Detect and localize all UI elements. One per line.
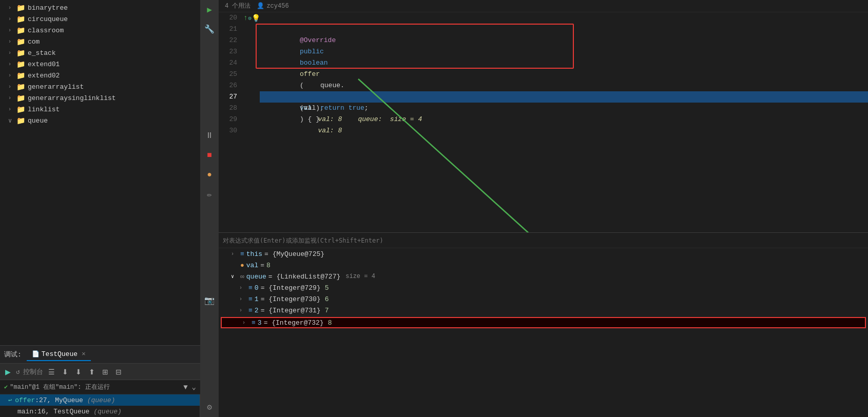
- tree-item-label: classroom: [28, 27, 64, 34]
- filter-icon[interactable]: ▼: [183, 383, 187, 391]
- toolbar-btn-grid[interactable]: ⊟: [113, 367, 124, 377]
- folder-icon: 📁: [16, 37, 25, 46]
- code-line-28: }: [260, 103, 868, 114]
- sidebar-item-binarytree[interactable]: › 📁 binarytree: [0, 2, 200, 13]
- chevron-right-icon: ›: [8, 50, 16, 56]
- line-num-27: 27: [219, 91, 237, 103]
- sidebar-item-classroom[interactable]: › 📁 classroom: [0, 25, 200, 36]
- call-stack-item-main[interactable]: main:16, TestQueue (queue): [0, 406, 200, 417]
- sidebar-item-circuqueue[interactable]: › 📁 circuqueue: [0, 13, 200, 25]
- var-item-queue[interactable]: ∨ ∞ queue = {LinkedList@727} size = 4: [219, 271, 868, 282]
- resume-btn[interactable]: ▶: [202, 2, 217, 17]
- code-line-27: return true;: [260, 91, 868, 103]
- var-item-2[interactable]: › ≡ 2 = {Integer@731} 7: [219, 305, 868, 316]
- expression-input[interactable]: [219, 235, 868, 246]
- toolbar-btn-menu[interactable]: ☰: [46, 367, 57, 377]
- wrench-btn[interactable]: 🔧: [202, 22, 217, 37]
- var-equals: = {Integer@729}: [261, 284, 321, 292]
- code-line-25: queue. add (val); val: 8 queue: size = 4: [260, 69, 868, 80]
- code-lines-container: 20 21 22 23 24 25 26 27 28 29 30 ↑ ⊙: [219, 12, 868, 232]
- code-line-20: [260, 12, 868, 24]
- var-item-0[interactable]: › ≡ 0 = {Integer@729} 5: [219, 282, 868, 293]
- sidebar-item-generarraysinglinklist[interactable]: › 📁 generarraysinglinklist: [0, 92, 200, 104]
- expand-icon: ›: [231, 251, 238, 257]
- var-name-3: 3: [258, 319, 262, 327]
- call-stack-panel: ↩ offer:27, MyQueue (queue) main:16, Tes…: [0, 394, 200, 417]
- expand-icon: ∨: [231, 273, 238, 280]
- var-size-queue: size = 4: [345, 273, 375, 280]
- chevron-right-icon: ›: [8, 95, 16, 101]
- line-num-28: 28: [219, 103, 237, 114]
- debug-tab-testqueue[interactable]: 📄 TestQueue ×: [27, 348, 91, 361]
- sidebar-item-com[interactable]: › 📁 com: [0, 36, 200, 47]
- chevron-right-icon: ›: [8, 5, 16, 11]
- code-content: @Override public boolean offer ( int val…: [256, 12, 868, 232]
- sidebar-item-extend02[interactable]: › 📁 extend02: [0, 70, 200, 81]
- toolbar-btn-down2[interactable]: ⬇: [73, 367, 84, 377]
- folder-icon: 📁: [16, 60, 25, 69]
- folder-icon: 📁: [16, 4, 25, 12]
- call-stack-item-label: main:16, TestQueue (queue): [17, 408, 122, 415]
- expand-icon: ›: [239, 308, 246, 313]
- restart-btn[interactable]: ●: [202, 167, 217, 183]
- pen-btn[interactable]: ✏: [202, 187, 217, 202]
- toolbar-btn-filter[interactable]: ⊞: [100, 367, 110, 377]
- sidebar-item-queue[interactable]: ∨ 📁 queue: [0, 115, 200, 126]
- chevron-right-icon: ›: [8, 39, 16, 45]
- debug-resume-btn[interactable]: ▶: [3, 367, 13, 377]
- expand-icon: ›: [239, 296, 246, 302]
- gear-btn[interactable]: ⚙: [202, 400, 217, 415]
- var-item-val[interactable]: ● val = 8: [219, 260, 868, 271]
- arrow-up-icon: ↑: [243, 14, 247, 22]
- line-num-23: 23: [219, 46, 237, 57]
- toolbar-btn-down1[interactable]: ⬇: [60, 367, 70, 377]
- call-stack-item-offer[interactable]: ↩ offer:27, MyQueue (queue): [0, 394, 200, 406]
- dropdown-icon[interactable]: ⌄: [192, 383, 196, 391]
- camera-btn[interactable]: 📷: [202, 293, 217, 308]
- var-type-icon: ∞: [240, 273, 244, 281]
- var-type-icon: ≡: [240, 250, 244, 258]
- stop-btn[interactable]: ■: [202, 148, 217, 163]
- line-num-26: 26: [219, 80, 237, 91]
- sidebar-item-extend01[interactable]: › 📁 extend01: [0, 58, 200, 70]
- var-equals: =: [260, 262, 264, 269]
- debug-title-label: 调试:: [4, 350, 22, 359]
- sidebar-tree: › 📁 binarytree › 📁 circuqueue › 📁 classr…: [0, 0, 200, 345]
- var-item-3[interactable]: › ≡ 3 = {Integer@732} 8: [221, 317, 866, 328]
- pause-btn[interactable]: ⏸: [202, 128, 217, 144]
- var-value-val: 8: [266, 262, 271, 269]
- folder-icon: 📁: [16, 26, 25, 35]
- folder-icon: 📁: [16, 116, 25, 125]
- tree-item-label: extend02: [28, 72, 60, 80]
- var-name-1: 1: [255, 295, 259, 303]
- var-name-this: this: [246, 250, 262, 258]
- var-equals: = {LinkedList@727}: [268, 273, 340, 281]
- tab-close-icon[interactable]: ×: [82, 350, 86, 358]
- var-value-2: 7: [325, 307, 329, 314]
- sidebar-item-linklist[interactable]: › 📁 linklist: [0, 104, 200, 115]
- var-type-icon: ≡: [248, 284, 253, 292]
- var-item-this[interactable]: › ≡ this = {MyQueue@725}: [219, 248, 868, 260]
- sidebar-item-generarraylist[interactable]: › 📁 generarraylist: [0, 81, 200, 92]
- line-gutter: ↑ ⊙ 💡: [243, 12, 256, 232]
- running-label-text: "main"@1 在组"main": 正在运行: [10, 383, 109, 391]
- return-arrow-icon: ↩: [8, 396, 12, 404]
- var-type-icon: ≡: [252, 319, 256, 327]
- code-line-26: [260, 80, 868, 91]
- var-type-icon: ≡: [248, 307, 253, 314]
- code-line-23: [260, 46, 868, 57]
- var-equals: = {Integer@730}: [261, 295, 321, 303]
- line-num-20: 20: [219, 12, 237, 24]
- user-icon: 👤: [257, 2, 264, 10]
- breakpoint-icon: ⊙: [248, 15, 252, 22]
- toolbar-console-label[interactable]: 控制台: [23, 367, 43, 376]
- chevron-right-icon: ›: [8, 84, 16, 90]
- var-equals: = {MyQueue@725}: [264, 250, 324, 258]
- var-item-1[interactable]: › ≡ 1 = {Integer@730} 6: [219, 293, 868, 305]
- toolbar-btn-up[interactable]: ⬆: [87, 367, 97, 377]
- var-equals: = {Integer@732}: [264, 319, 324, 327]
- sidebar-item-e-stack[interactable]: › 📁 e_stack: [0, 47, 200, 58]
- code-line-29: [260, 114, 868, 125]
- var-value-1: 6: [325, 295, 329, 303]
- tree-item-label: circuqueue: [28, 15, 68, 23]
